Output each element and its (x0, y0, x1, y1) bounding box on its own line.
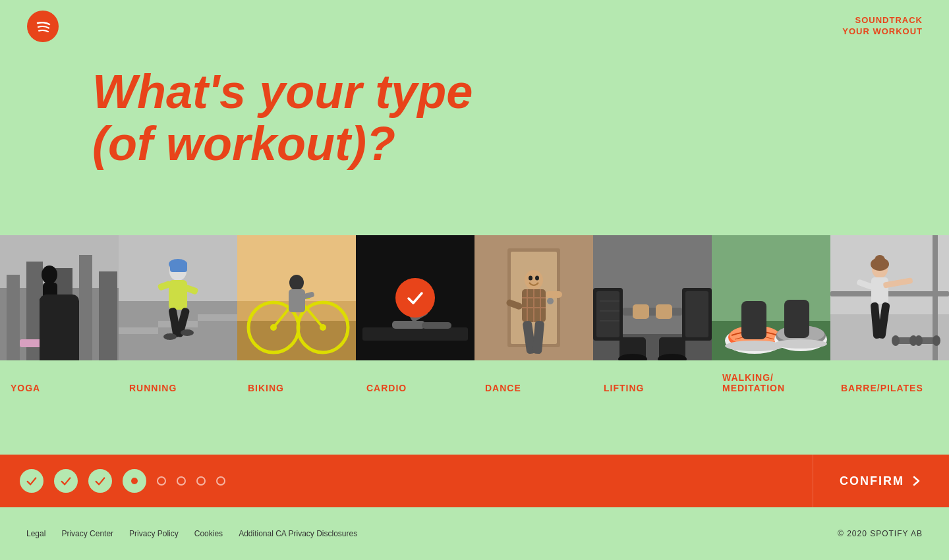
svg-rect-17 (119, 327, 158, 334)
barre-label: BARRE/PILATES (841, 383, 923, 393)
step-1-check-icon (26, 475, 38, 487)
workout-item-biking[interactable]: BIKING (237, 235, 356, 400)
confirm-label: CONFIRM (840, 474, 904, 488)
svg-rect-73 (596, 291, 619, 337)
svg-point-57 (525, 270, 543, 290)
footer-legal[interactable]: Legal (26, 529, 45, 538)
svg-rect-19 (198, 314, 237, 321)
dance-label: DANCE (485, 383, 521, 393)
workout-item-lifting[interactable]: LIFTING (593, 235, 712, 400)
step-2-check-icon (60, 475, 72, 487)
footer-ca-disclosures[interactable]: Additional CA Privacy Disclosures (239, 529, 357, 538)
footer-cookies[interactable]: Cookies (194, 529, 223, 538)
svg-rect-64 (546, 291, 562, 298)
svg-rect-102 (830, 291, 949, 296)
spotify-icon (26, 10, 59, 43)
spotify-logo[interactable] (26, 10, 59, 43)
step-8[interactable] (216, 476, 225, 486)
nav-cta[interactable]: SOUNDTRACK YOUR WORKOUT (842, 15, 923, 38)
workout-item-running[interactable]: RUNNING (119, 235, 237, 400)
svg-rect-6 (79, 255, 92, 360)
check-circle (395, 278, 435, 318)
workout-item-cardio[interactable]: CARDIO (356, 235, 474, 400)
step-4-inner (131, 478, 138, 484)
svg-rect-5 (53, 268, 72, 360)
svg-point-29 (181, 329, 194, 336)
step-3-check-icon (94, 475, 106, 487)
svg-rect-9 (43, 283, 57, 316)
svg-rect-22 (170, 262, 187, 272)
footer-copyright: © 2020 SPOTIFY AB (838, 529, 923, 538)
svg-point-41 (289, 275, 304, 291)
svg-point-96 (774, 339, 827, 349)
cardio-label: CARDIO (366, 383, 407, 393)
svg-rect-11 (53, 298, 59, 321)
workout-grid: YOGA (0, 235, 949, 400)
step-4[interactable] (123, 469, 146, 493)
checkmark-icon (405, 288, 425, 308)
walking-illustration (712, 235, 830, 360)
step-3[interactable] (88, 469, 112, 493)
hero-title: What's your type (of workout)? (92, 66, 473, 170)
workout-item-dance[interactable]: DANCE (474, 235, 593, 400)
svg-point-106 (875, 255, 885, 266)
step-5[interactable] (157, 476, 166, 486)
svg-rect-14 (20, 339, 79, 347)
svg-rect-97 (741, 301, 766, 339)
running-illustration (119, 235, 237, 360)
svg-rect-100 (830, 235, 949, 314)
svg-point-113 (892, 335, 900, 346)
svg-rect-12 (42, 314, 49, 347)
svg-point-28 (163, 333, 177, 340)
step-7[interactable] (196, 476, 206, 486)
barre-illustration (830, 235, 949, 360)
svg-rect-42 (289, 289, 305, 312)
svg-rect-98 (784, 300, 809, 338)
workout-item-barre[interactable]: BARRE/PILATES (830, 235, 949, 400)
svg-rect-13 (50, 314, 57, 347)
svg-rect-107 (871, 277, 888, 304)
hero-section: What's your type (of workout)? (92, 66, 473, 170)
svg-point-117 (933, 335, 940, 346)
svg-rect-74 (623, 308, 682, 316)
svg-rect-88 (712, 235, 830, 321)
running-label: RUNNING (129, 383, 177, 393)
svg-point-56 (547, 298, 554, 304)
chevron-right-icon (909, 474, 923, 488)
svg-rect-23 (169, 280, 187, 310)
confirm-button[interactable]: CONFIRM (813, 455, 949, 507)
svg-point-8 (42, 266, 57, 284)
footer-privacy-center[interactable]: Privacy Center (61, 529, 113, 538)
svg-rect-78 (656, 304, 672, 319)
svg-rect-3 (7, 275, 20, 360)
svg-point-67 (535, 276, 539, 281)
svg-rect-10 (40, 298, 46, 321)
biking-illustration (237, 235, 356, 360)
workout-item-yoga[interactable]: YOGA (0, 235, 119, 400)
lifting-illustration (593, 235, 712, 360)
svg-point-66 (529, 276, 532, 281)
svg-point-116 (915, 335, 923, 346)
walking-label: WALKING/MEDITATION (722, 372, 785, 393)
progress-bar: CONFIRM (0, 455, 949, 507)
cardio-selected-overlay (356, 235, 474, 360)
yoga-label: YOGA (11, 383, 40, 393)
dance-illustration (474, 235, 593, 360)
footer-privacy-policy[interactable]: Privacy Policy (129, 529, 179, 538)
lifting-label: LIFTING (604, 383, 644, 393)
footer-links: Legal Privacy Center Privacy Policy Cook… (26, 529, 357, 538)
yoga-illustration (0, 235, 119, 360)
progress-dots (0, 469, 813, 493)
step-6[interactable] (177, 476, 186, 486)
footer: Legal Privacy Center Privacy Policy Cook… (0, 507, 949, 560)
workout-item-walking[interactable]: WALKING/MEDITATION (712, 235, 830, 400)
header: SOUNDTRACK YOUR WORKOUT (0, 0, 949, 53)
biking-label: BIKING (248, 383, 284, 393)
step-2[interactable] (54, 469, 78, 493)
step-1[interactable] (20, 469, 43, 493)
svg-rect-76 (685, 291, 708, 337)
svg-rect-77 (633, 304, 649, 319)
svg-rect-7 (99, 271, 117, 360)
